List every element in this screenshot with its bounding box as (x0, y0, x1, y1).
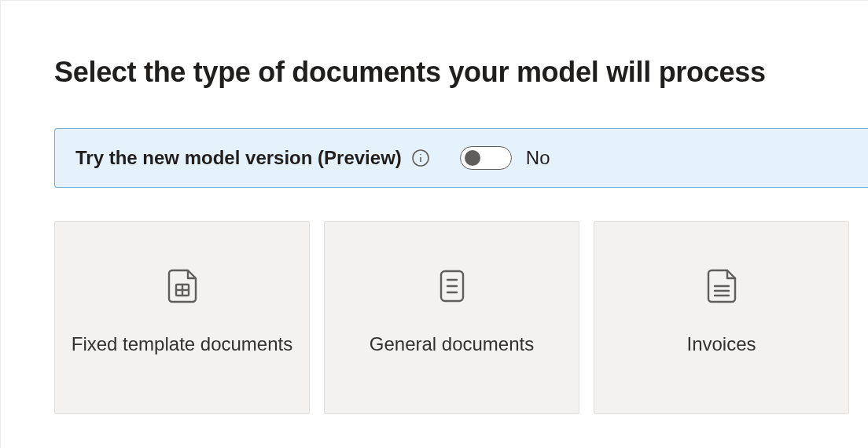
preview-banner: Try the new model version (Preview) No (54, 128, 868, 188)
card-invoices[interactable]: Invoices (594, 221, 849, 414)
toggle-state-label: No (526, 147, 550, 169)
svg-point-1 (420, 154, 421, 156)
document-text-icon (436, 267, 469, 305)
document-invoice-icon (705, 267, 738, 305)
info-icon[interactable] (411, 149, 430, 167)
page-title: Select the type of documents your model … (54, 56, 868, 89)
preview-banner-text: Try the new model version (Preview) (75, 147, 402, 169)
card-general-documents[interactable]: General documents (324, 221, 579, 414)
card-label: Fixed template documents (56, 332, 308, 357)
card-fixed-template-documents[interactable]: Fixed template documents (54, 221, 310, 414)
toggle-track[interactable] (460, 146, 512, 170)
preview-toggle[interactable]: No (460, 146, 550, 170)
card-label: Invoices (671, 332, 771, 357)
card-label: General documents (354, 332, 550, 357)
document-type-cards: Fixed template documents General documen… (54, 221, 868, 414)
toggle-knob (465, 150, 480, 166)
document-template-icon (166, 267, 199, 305)
